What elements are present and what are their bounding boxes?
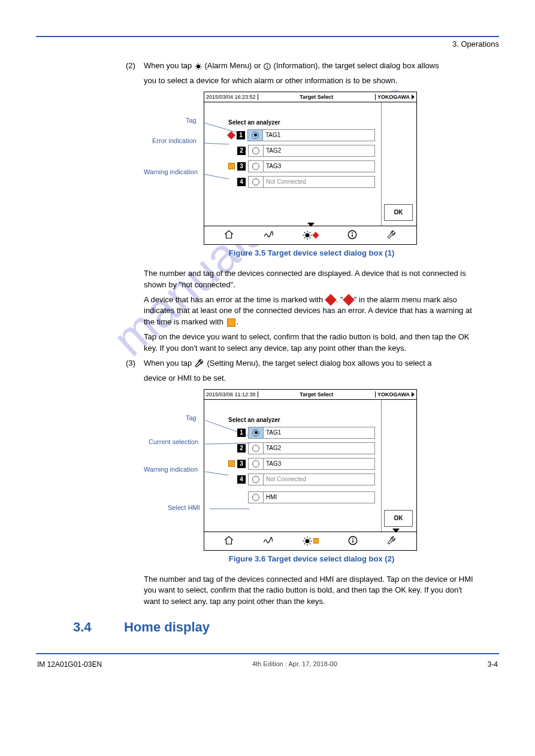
num-badge: 2 — [237, 444, 246, 453]
home-icon[interactable] — [223, 535, 234, 547]
para-a2: A device that has an error at the time i… — [144, 294, 475, 329]
screen-title-2: Target Select — [258, 391, 376, 397]
radio-1[interactable] — [248, 130, 263, 141]
svg-line-7 — [196, 68, 197, 68]
tag-label: TAG3 — [264, 163, 281, 169]
radio-4[interactable] — [249, 177, 264, 187]
hmi-label: HMI — [264, 494, 277, 500]
analyzer-row-2[interactable]: 2 TAG2 — [228, 442, 375, 454]
warning-square-icon — [228, 163, 235, 169]
num-badge: 3 — [237, 460, 246, 468]
svg-point-25 — [352, 232, 353, 233]
header-section: 3. Operations — [36, 40, 499, 48]
figure-caption-1: Figure 3.5 Target device select dialog b… — [204, 248, 419, 257]
num-badge: 4 — [237, 475, 246, 484]
radio-2[interactable] — [249, 145, 264, 156]
home-icon[interactable] — [223, 229, 234, 241]
analyzer-row-1[interactable]: 1 TAG1 — [228, 129, 375, 141]
analyzer-row-2[interactable]: 2 TAG2 — [228, 145, 375, 157]
info-icon — [263, 60, 271, 72]
svg-point-31 — [306, 539, 309, 543]
ok-button[interactable]: OK — [384, 204, 413, 221]
screen-title-1: Target Select — [258, 94, 376, 100]
step-number-2: (2) — [126, 60, 144, 72]
radio-hmi[interactable] — [249, 492, 264, 503]
page-footer: IM 12A01G01-03EN 4th Edition : Apr. 17, … — [36, 660, 499, 669]
brand-1: YOKOGAWA — [376, 94, 416, 100]
radio-1b[interactable] — [249, 427, 264, 438]
error-diamond-icon — [325, 294, 337, 306]
step-3-line1: (3) When you tap (Setting Menu), the tar… — [126, 358, 475, 369]
tag-label: TAG2 — [264, 147, 281, 154]
analyzer-row-4[interactable]: 4 Not Connected — [228, 176, 375, 188]
tag-label: TAG1 — [264, 429, 281, 436]
info-icon[interactable] — [347, 535, 358, 547]
svg-line-8 — [200, 64, 200, 65]
settings-wrench-icon[interactable] — [386, 535, 397, 547]
alarm-icon[interactable] — [302, 536, 319, 546]
ok-button[interactable]: OK — [384, 510, 413, 527]
tag-label: TAG2 — [264, 445, 281, 451]
timestamp-2: 2015/03/06 11:12:38 — [204, 391, 258, 397]
radio-2b[interactable] — [249, 443, 264, 454]
svg-rect-42 — [352, 540, 353, 543]
prompt-1: Select an analyzer — [228, 119, 375, 126]
analyzer-row-3[interactable]: 3 TAG3 — [228, 458, 375, 470]
analyzer-row-3[interactable]: 3 TAG3 — [228, 160, 375, 172]
step-2-line1: (2) When you tap (Alarm Menu) or (Inform… — [126, 60, 475, 72]
alarm-icon[interactable] — [302, 230, 318, 241]
error-diamond-icon — [227, 131, 235, 139]
svg-line-39 — [310, 538, 311, 539]
hmi-row[interactable]: HMI — [228, 491, 375, 503]
screen-1: 2015/03/04 16:23:52 Target Select YOKOGA… — [204, 92, 417, 245]
doc-number: IM 12A01G01-03EN — [37, 660, 102, 669]
p3-a: When you tap — [144, 359, 194, 368]
p1-c: (Information), the target select dialog … — [274, 61, 439, 70]
trend-icon[interactable] — [263, 229, 274, 241]
screen-footer-2 — [204, 532, 416, 550]
top-rule — [36, 36, 499, 37]
screen-footer-1 — [204, 226, 416, 244]
active-tab-marker — [307, 223, 315, 227]
timestamp-1: 2015/03/04 16:23:52 — [204, 94, 258, 100]
callout-selection: Current selection — [149, 438, 198, 445]
num-badge: 2 — [237, 147, 246, 155]
error-diamond-icon — [343, 294, 355, 306]
svg-point-0 — [197, 65, 200, 68]
radio-3[interactable] — [249, 161, 264, 172]
step-number-3: (3) — [126, 358, 144, 369]
analyzer-row-4[interactable]: 4 Not Connected — [228, 473, 375, 485]
svg-line-36 — [304, 538, 306, 539]
figure-caption-2: Figure 3.6 Target device select dialog b… — [204, 554, 419, 563]
num-badge: 1 — [237, 429, 246, 437]
svg-point-41 — [352, 538, 353, 539]
radio-4b[interactable] — [249, 474, 264, 485]
callout-error: Error indication — [152, 137, 197, 144]
trend-icon[interactable] — [262, 535, 273, 547]
brand-2: YOKOGAWA — [376, 391, 416, 397]
svg-line-23 — [310, 232, 311, 233]
settings-wrench-icon[interactable] — [386, 229, 397, 241]
radio-3b[interactable] — [249, 459, 264, 469]
svg-point-15 — [306, 233, 309, 237]
section-3-4: 3.4Home display — [73, 620, 499, 635]
num-badge: 1 — [237, 131, 245, 139]
step-3-line2: device or HMI to be set. — [144, 373, 475, 384]
svg-point-10 — [267, 65, 268, 66]
prompt-2: Select an analyzer — [228, 417, 375, 423]
active-tab-marker — [392, 529, 400, 533]
para-a1: The number and tag of the devices connec… — [144, 268, 475, 291]
settings-wrench-icon — [194, 358, 205, 369]
para-b1: The number and tag of the devices connec… — [144, 574, 475, 608]
warning-square-icon — [313, 538, 319, 544]
para-a3: Tap on the device you want to select, co… — [144, 332, 475, 354]
analyzer-row-1[interactable]: 1 TAG1 — [228, 427, 375, 439]
alarm-icon — [194, 60, 202, 72]
svg-line-37 — [310, 543, 311, 544]
callout-tag: Tag — [186, 414, 197, 421]
info-icon[interactable] — [347, 229, 358, 241]
tag-label: TAG3 — [264, 460, 281, 467]
svg-line-38 — [304, 543, 306, 544]
page-number: 3-4 — [488, 660, 498, 669]
num-badge: 3 — [237, 162, 246, 171]
